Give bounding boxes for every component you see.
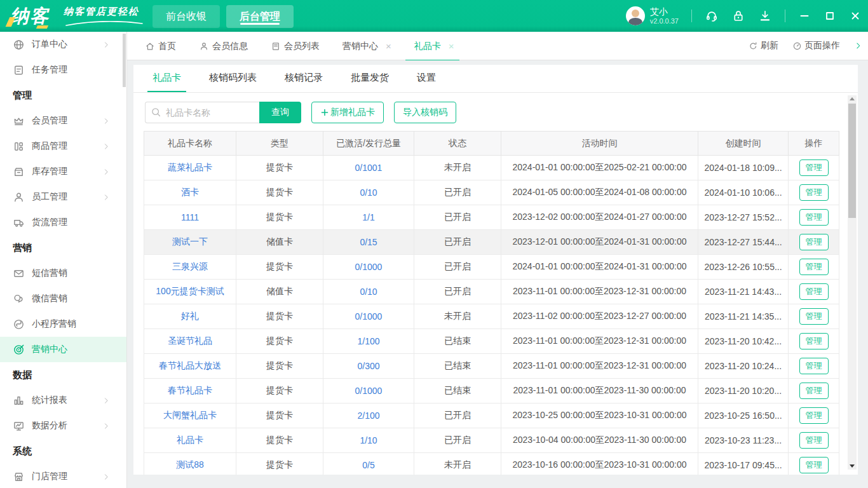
quota-link[interactable]: 0/1001	[355, 163, 383, 173]
page-tab[interactable]: 首页	[145, 32, 176, 60]
gift-card-name-link[interactable]: 1111	[181, 212, 199, 222]
gift-card-name-link[interactable]: 100元提货卡测试	[156, 286, 224, 296]
quota-link[interactable]: 0/1000	[355, 311, 383, 322]
app-window: 纳客 纳客管店更轻松 前台收银后台管理 艾小 v2.0.0.37	[0, 0, 868, 488]
search-icon	[151, 107, 161, 118]
table-cell: 测试88	[144, 453, 236, 475]
sidebar-item[interactable]: 订单中心	[0, 32, 126, 57]
sidebar-item[interactable]: 员工管理	[0, 184, 126, 210]
subtab[interactable]: 设置	[417, 72, 436, 92]
topbar-right-cluster: 艾小 v2.0.0.37	[626, 0, 862, 32]
scrollbar-thumb[interactable]	[848, 104, 856, 218]
manage-button[interactable]: 管理	[799, 283, 829, 300]
subtab[interactable]: 批量发货	[351, 72, 389, 92]
sidebar-item[interactable]: 商品管理	[0, 133, 126, 159]
gift-card-name-link[interactable]: 大闸蟹礼品卡	[163, 410, 217, 420]
manage-button[interactable]: 管理	[799, 358, 829, 374]
quota-link[interactable]: 0/1000	[355, 262, 383, 272]
manage-button[interactable]: 管理	[799, 407, 829, 424]
subtab[interactable]: 核销记录	[285, 72, 323, 92]
refresh-button[interactable]: 刷新	[749, 40, 778, 51]
page-tab[interactable]: 营销中心×	[342, 32, 391, 60]
manage-button[interactable]: 管理	[799, 333, 829, 349]
gift-card-name-link[interactable]: 酒卡	[181, 187, 199, 197]
sidebar-item[interactable]: 营销中心	[0, 337, 126, 362]
manage-button[interactable]: 管理	[799, 259, 829, 275]
sidebar-scrollbar-thumb[interactable]	[123, 34, 126, 87]
page-tab[interactable]: 会员信息	[199, 32, 248, 60]
page-tab[interactable]: 会员列表	[271, 32, 320, 60]
table-cell: 0/1000	[323, 379, 414, 403]
gift-card-name-link[interactable]: 测试88	[176, 459, 204, 470]
close-tab-icon[interactable]: ×	[386, 41, 391, 51]
search-input[interactable]	[145, 102, 259, 123]
minimize-icon[interactable]	[798, 10, 811, 22]
sidebar-item[interactable]: 库存管理	[0, 159, 126, 184]
avatar[interactable]	[626, 6, 645, 25]
table-cell: 已结束	[414, 354, 501, 379]
mode-tab-admin[interactable]: 后台管理	[226, 5, 294, 28]
globe-icon	[13, 39, 25, 51]
sidebar-item[interactable]: 会员管理	[0, 108, 126, 133]
topbar: 纳客 纳客管店更轻松 前台收银后台管理 艾小 v2.0.0.37	[0, 0, 868, 32]
customer-service-icon[interactable]	[705, 9, 719, 23]
query-button[interactable]: 查询	[259, 102, 301, 123]
table-cell: 2024-01-10 10:06...	[698, 180, 789, 205]
page-tab[interactable]: 礼品卡×	[414, 32, 454, 60]
gift-card-name-link[interactable]: 蔬菜礼品卡	[168, 162, 212, 172]
manage-button[interactable]: 管理	[799, 457, 829, 473]
maximize-icon[interactable]	[824, 10, 836, 22]
sidebar-item[interactable]: 短信营销	[0, 261, 126, 286]
table-cell: 2024-01-18 10:09...	[698, 156, 789, 180]
column-header: 状态	[414, 132, 501, 156]
sidebar-item[interactable]: 小程序营销	[0, 311, 126, 337]
quota-link[interactable]: 1/1	[362, 212, 374, 222]
quota-link[interactable]: 0/10	[360, 187, 377, 198]
quota-link[interactable]: 0/300	[357, 361, 379, 371]
status-cell: 未开启	[444, 459, 471, 470]
gift-card-name-link[interactable]: 三泉兴源	[172, 261, 208, 271]
mode-tab-pos[interactable]: 前台收银	[153, 5, 220, 28]
plus-icon	[320, 108, 329, 117]
download-icon[interactable]	[758, 9, 772, 23]
add-gift-card-button[interactable]: 新增礼品卡	[311, 102, 384, 123]
scrollbar-down-arrow[interactable]	[848, 462, 857, 470]
quota-link[interactable]: 0/10	[360, 287, 377, 297]
gift-card-name-link[interactable]: 礼品卡	[177, 435, 203, 445]
vertical-scrollbar[interactable]	[848, 95, 857, 470]
gift-card-name-link[interactable]: 春节礼品卡	[168, 385, 212, 395]
quota-link[interactable]: 1/10	[360, 435, 377, 445]
close-window-icon[interactable]	[849, 10, 862, 22]
close-tab-icon[interactable]: ×	[449, 41, 454, 51]
subtab[interactable]: 核销码列表	[209, 72, 257, 92]
status-cell: 已开启	[444, 187, 471, 197]
quota-link[interactable]: 0/15	[360, 237, 377, 247]
quota-link[interactable]: 2/100	[357, 410, 379, 421]
gift-card-name-link[interactable]: 测试一下	[172, 236, 208, 247]
sidebar-item[interactable]: 统计报表	[0, 388, 126, 413]
quota-link[interactable]: 1/100	[357, 336, 379, 346]
sidebar-item[interactable]: 数据分析	[0, 413, 126, 438]
quota-link[interactable]: 0/1000	[355, 386, 383, 396]
quota-link[interactable]: 0/5	[362, 460, 374, 470]
manage-button[interactable]: 管理	[799, 234, 829, 250]
subtab[interactable]: 礼品卡	[153, 72, 181, 92]
scrollbar-up-arrow[interactable]	[848, 95, 857, 103]
gift-card-name-link[interactable]: 春节礼品大放送	[159, 360, 221, 370]
sidebar-item[interactable]: 微信营销	[0, 286, 126, 311]
lock-icon[interactable]	[731, 9, 745, 23]
manage-button[interactable]: 管理	[799, 308, 829, 325]
gift-card-name-link[interactable]: 圣诞节礼品	[168, 336, 212, 346]
sidebar-item[interactable]: 门店管理	[0, 464, 126, 488]
manage-button[interactable]: 管理	[799, 209, 829, 226]
sidebar-item[interactable]: 货流管理	[0, 210, 126, 235]
gift-card-name-link[interactable]: 好礼	[181, 311, 199, 321]
manage-button[interactable]: 管理	[799, 432, 829, 449]
manage-button[interactable]: 管理	[799, 159, 829, 176]
sidebar-item[interactable]: 任务管理	[0, 57, 126, 83]
page-operations-button[interactable]: 页面操作	[792, 40, 840, 51]
chevron-right-icon[interactable]	[854, 41, 863, 50]
manage-button[interactable]: 管理	[799, 383, 829, 399]
import-codes-button[interactable]: 导入核销码	[394, 102, 456, 123]
manage-button[interactable]: 管理	[799, 184, 829, 201]
